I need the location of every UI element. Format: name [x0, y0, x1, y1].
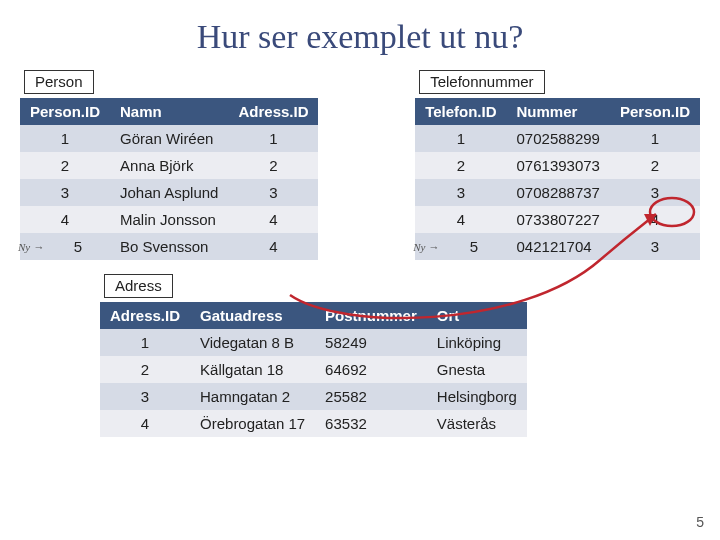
cell-gatuadress: Videgatan 8 B	[190, 329, 315, 356]
cell-ort: Helsingborg	[427, 383, 527, 410]
cell-person-id: 2	[20, 152, 110, 179]
col-nummer: Nummer	[507, 98, 610, 125]
cell-namn: Göran Wiréen	[110, 125, 228, 152]
adress-table-block: Adress Adress.ID Gatuadress Postnummer O…	[100, 274, 720, 437]
table-row: Ny →5Bo Svensson4	[20, 233, 318, 260]
cell-gatuadress: Hamngatan 2	[190, 383, 315, 410]
col-postnummer: Postnummer	[315, 302, 427, 329]
col-adress-id: Adress.ID	[228, 98, 318, 125]
cell-gatuadress: Örebrogatan 17	[190, 410, 315, 437]
table-row: 407338072274	[415, 206, 700, 233]
cell-person-id-fk: 3	[610, 179, 700, 206]
cell-namn: Bo Svensson	[110, 233, 228, 260]
table-row: 4Malin Jonsson4	[20, 206, 318, 233]
table-row: 1Göran Wiréen1	[20, 125, 318, 152]
cell-ort: Gnesta	[427, 356, 527, 383]
cell-adress-id: 4	[100, 410, 190, 437]
cell-adress-id: 3	[100, 383, 190, 410]
table-row: 307082887373	[415, 179, 700, 206]
adress-table: Adress.ID Gatuadress Postnummer Ort 1Vid…	[100, 302, 527, 437]
telefon-label: Telefonnummer	[419, 70, 544, 94]
table-header-row: Telefon.ID Nummer Person.ID	[415, 98, 700, 125]
cell-adress-id: 2	[100, 356, 190, 383]
person-table-block: Person Person.ID Namn Adress.ID 1Göran W…	[20, 70, 318, 260]
table-header-row: Adress.ID Gatuadress Postnummer Ort	[100, 302, 527, 329]
cell-namn: Malin Jonsson	[110, 206, 228, 233]
table-row: 4Örebrogatan 1763532Västerås	[100, 410, 527, 437]
table-row: 3Johan Asplund3	[20, 179, 318, 206]
cell-nummer: 0702588299	[507, 125, 610, 152]
cell-person-id: 3	[20, 179, 110, 206]
cell-namn: Johan Asplund	[110, 179, 228, 206]
ny-tag: Ny →	[18, 241, 44, 253]
table-row: Ny →50421217043	[415, 233, 700, 260]
cell-person-id: Ny →5	[20, 233, 110, 260]
cell-nummer: 042121704	[507, 233, 610, 260]
col-person-id-fk: Person.ID	[610, 98, 700, 125]
cell-person-id: 4	[20, 206, 110, 233]
cell-adress-id: 1	[228, 125, 318, 152]
cell-ort: Linköping	[427, 329, 527, 356]
cell-person-id-fk: 4	[610, 206, 700, 233]
page-title: Hur ser exemplet ut nu?	[0, 18, 720, 56]
cell-person-id-fk: 3	[610, 233, 700, 260]
cell-telefon-id: 3	[415, 179, 506, 206]
cell-nummer: 0733807227	[507, 206, 610, 233]
col-person-id: Person.ID	[20, 98, 110, 125]
cell-gatuadress: Källgatan 18	[190, 356, 315, 383]
cell-postnummer: 25582	[315, 383, 427, 410]
table-header-row: Person.ID Namn Adress.ID	[20, 98, 318, 125]
table-row: 2Källgatan 1864692Gnesta	[100, 356, 527, 383]
cell-telefon-id: Ny →5	[415, 233, 506, 260]
cell-adress-id: 2	[228, 152, 318, 179]
cell-postnummer: 63532	[315, 410, 427, 437]
person-label: Person	[24, 70, 94, 94]
adress-label: Adress	[104, 274, 173, 298]
cell-telefon-id: 4	[415, 206, 506, 233]
cell-postnummer: 64692	[315, 356, 427, 383]
col-telefon-id: Telefon.ID	[415, 98, 506, 125]
table-row: 1Videgatan 8 B58249Linköping	[100, 329, 527, 356]
cell-nummer: 0761393073	[507, 152, 610, 179]
cell-telefon-id: 1	[415, 125, 506, 152]
table-row: 107025882991	[415, 125, 700, 152]
col-ort: Ort	[427, 302, 527, 329]
cell-nummer: 0708288737	[507, 179, 610, 206]
cell-adress-id: 4	[228, 233, 318, 260]
cell-postnummer: 58249	[315, 329, 427, 356]
telefon-table-block: Telefonnummer Telefon.ID Nummer Person.I…	[415, 70, 700, 260]
table-row: 2Anna Björk2	[20, 152, 318, 179]
cell-ort: Västerås	[427, 410, 527, 437]
cell-telefon-id: 2	[415, 152, 506, 179]
table-row: 3Hamngatan 225582Helsingborg	[100, 383, 527, 410]
cell-adress-id: 1	[100, 329, 190, 356]
telefon-table: Telefon.ID Nummer Person.ID 107025882991…	[415, 98, 700, 260]
cell-adress-id: 4	[228, 206, 318, 233]
ny-tag: Ny →	[413, 241, 439, 253]
cell-adress-id: 3	[228, 179, 318, 206]
col-namn: Namn	[110, 98, 228, 125]
cell-person-id-fk: 2	[610, 152, 700, 179]
cell-person-id: 1	[20, 125, 110, 152]
col-adress-id: Adress.ID	[100, 302, 190, 329]
table-row: 207613930732	[415, 152, 700, 179]
cell-person-id-fk: 1	[610, 125, 700, 152]
page-number: 5	[696, 514, 704, 530]
cell-namn: Anna Björk	[110, 152, 228, 179]
person-table: Person.ID Namn Adress.ID 1Göran Wiréen12…	[20, 98, 318, 260]
col-gatuadress: Gatuadress	[190, 302, 315, 329]
